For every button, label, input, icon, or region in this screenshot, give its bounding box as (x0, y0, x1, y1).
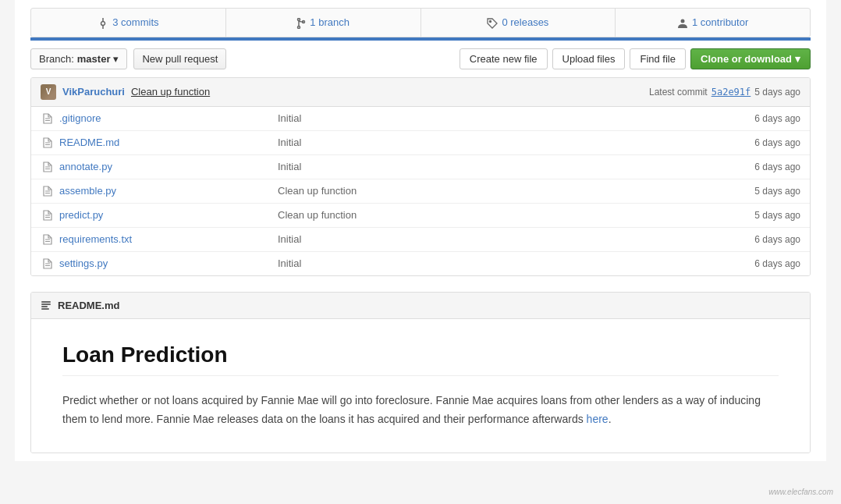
commits-count[interactable]: 3 commits (112, 16, 158, 28)
branch-stat[interactable]: 1 branch (226, 9, 421, 37)
file-icon (41, 257, 53, 270)
table-row: assemble.py Clean up function 5 days ago (31, 179, 810, 204)
branch-name: master (77, 53, 111, 65)
readme-box: README.md Loan Prediction Predict whethe… (30, 292, 811, 453)
file-icon (41, 233, 53, 246)
branch-count[interactable]: 1 branch (310, 16, 350, 28)
svg-point-4 (298, 26, 300, 28)
commit-time: 5 days ago (754, 87, 800, 98)
contributors-icon (677, 16, 688, 29)
table-row: predict.py Clean up function 5 days ago (31, 204, 810, 228)
create-new-file-button[interactable]: Create new file (460, 48, 548, 69)
contributors-stat[interactable]: 1 contributor (616, 9, 810, 37)
file-time: 5 days ago (722, 186, 800, 197)
file-icon (41, 209, 53, 222)
file-name: settings.py (59, 257, 278, 269)
latest-commit-label: Latest commit (649, 87, 708, 98)
file-commit: Initial (278, 161, 722, 172)
readme-link-suffix: . (609, 413, 612, 425)
readme-content: Loan Prediction Predict whether or not l… (31, 319, 810, 453)
table-row: settings.py Initial 6 days ago (31, 252, 810, 275)
commit-hash[interactable]: 5a2e91f (711, 87, 751, 98)
branch-icon (296, 16, 306, 29)
table-row: requirements.txt Initial 6 days ago (31, 228, 810, 252)
svg-point-3 (298, 18, 300, 20)
releases-stat[interactable]: 0 releases (421, 9, 616, 37)
file-link[interactable]: predict.py (59, 209, 103, 221)
file-link[interactable]: README.md (59, 137, 119, 148)
file-commit: Initial (278, 112, 722, 124)
readme-body-text: Predict whether or not loans acquired by… (62, 394, 761, 425)
file-time: 5 days ago (722, 210, 800, 221)
file-name: annotate.py (59, 161, 278, 172)
file-time: 6 days ago (722, 234, 800, 245)
clone-download-label: Clone or download (701, 53, 792, 65)
file-link[interactable]: requirements.txt (59, 233, 132, 245)
svg-point-7 (490, 20, 491, 22)
svg-point-0 (101, 21, 105, 25)
find-file-button[interactable]: Find file (630, 48, 686, 69)
readme-header: README.md (31, 293, 810, 320)
svg-rect-23 (41, 301, 51, 303)
commits-icon (98, 16, 108, 29)
file-commit: Clean up function (278, 209, 722, 221)
file-name: README.md (59, 137, 278, 148)
file-time: 6 days ago (722, 113, 800, 124)
file-icon (41, 137, 53, 149)
commits-stat[interactable]: 3 commits (31, 9, 226, 37)
branch-selector[interactable]: Branch: master ▾ (30, 48, 127, 69)
chevron-down-icon: ▾ (795, 53, 800, 65)
svg-rect-25 (41, 306, 48, 307)
file-name: requirements.txt (59, 233, 278, 245)
svg-rect-24 (41, 303, 51, 305)
file-time: 6 days ago (722, 137, 800, 148)
file-time: 6 days ago (722, 258, 800, 269)
file-name: .gitignore (59, 112, 278, 124)
releases-icon (487, 16, 498, 29)
toolbar: Branch: master ▾ New pull request Create… (30, 41, 811, 77)
upload-files-button[interactable]: Upload files (552, 48, 626, 69)
readme-filename: README.md (58, 300, 119, 311)
commit-message[interactable]: Clean up function (131, 86, 210, 98)
readme-icon (41, 300, 51, 312)
avatar: V (41, 84, 56, 100)
file-name: assemble.py (59, 185, 278, 197)
clone-download-button[interactable]: Clone or download ▾ (690, 48, 811, 69)
file-link[interactable]: .gitignore (59, 112, 101, 124)
chevron-down-icon: ▾ (113, 53, 119, 65)
releases-count[interactable]: 0 releases (502, 16, 548, 28)
file-link[interactable]: assemble.py (59, 185, 116, 197)
table-row: README.md Initial 6 days ago (31, 131, 810, 155)
file-name: predict.py (59, 209, 278, 221)
file-commit: Initial (278, 257, 722, 269)
file-table: V VikParuchuri Clean up function Latest … (30, 77, 811, 276)
file-commit: Initial (278, 137, 722, 148)
readme-title: Loan Prediction (62, 343, 779, 376)
contributors-count[interactable]: 1 contributor (692, 16, 748, 28)
file-icon (41, 185, 53, 197)
file-commit: Initial (278, 233, 722, 245)
new-pull-request-button[interactable]: New pull request (133, 48, 226, 69)
readme-link[interactable]: here (587, 413, 609, 425)
file-icon (41, 112, 53, 125)
svg-rect-26 (41, 308, 49, 310)
latest-commit-row: V VikParuchuri Clean up function Latest … (31, 78, 810, 107)
file-time: 6 days ago (722, 161, 800, 172)
commit-author[interactable]: VikParuchuri (62, 86, 125, 98)
stats-bar: 3 commits 1 branch (30, 8, 811, 37)
file-commit: Clean up function (278, 185, 722, 197)
file-link[interactable]: annotate.py (59, 161, 112, 172)
table-row: annotate.py Initial 6 days ago (31, 155, 810, 179)
file-link[interactable]: settings.py (59, 257, 108, 269)
file-icon (41, 161, 53, 173)
readme-body: Predict whether or not loans acquired by… (62, 392, 779, 429)
svg-point-8 (680, 19, 684, 23)
table-row: .gitignore Initial 6 days ago (31, 107, 810, 131)
branch-label: Branch: (39, 53, 74, 65)
file-rows: .gitignore Initial 6 days ago README.md … (31, 107, 810, 275)
